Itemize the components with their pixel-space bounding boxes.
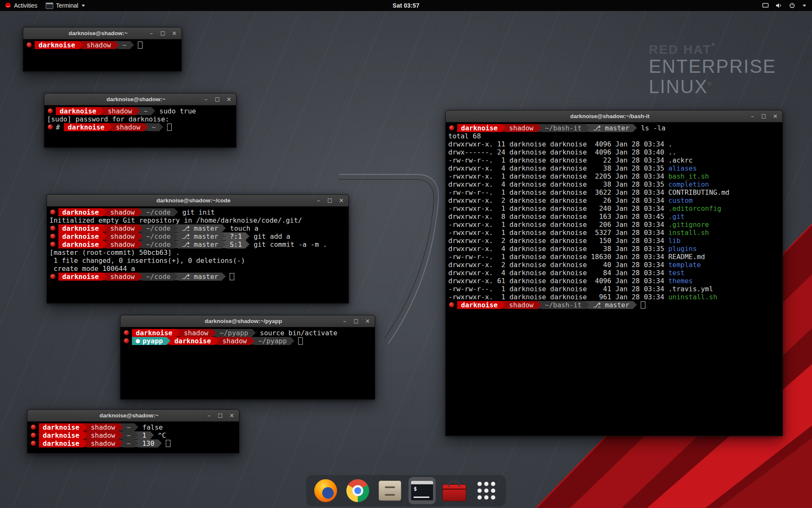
window-titlebar[interactable]: darknoise@shadow:~/bash-it – □ × <box>446 110 782 122</box>
prompt-segment-user: darknoise <box>39 439 83 447</box>
volume-icon <box>775 2 782 9</box>
terminal-cursor <box>230 273 234 280</box>
prompt-segment-path: ~ <box>119 41 131 49</box>
terminal-line: darknoiseshadow~/code⎇ master touch a <box>49 224 346 232</box>
terminal-line: -rwxrwxr-x. 1 darknoise darknoise 961 Ja… <box>448 293 780 301</box>
powerline-arrow-icon <box>144 123 148 131</box>
terminal-line: drwxrwxr-x. 4 darknoise darknoise 38 Jan… <box>448 245 780 253</box>
terminal-text: create mode 100644 a <box>49 265 135 273</box>
powerline-arrow-icon <box>139 240 143 248</box>
close-button[interactable]: × <box>365 315 370 327</box>
terminal-line: -rwxrwxr-x. 1 darknoise darknoise 206 Ja… <box>448 221 780 229</box>
window-title: darknoise@shadow:~/pyapp <box>146 318 341 324</box>
close-button[interactable]: × <box>171 28 177 39</box>
maximize-button[interactable]: □ <box>761 110 767 122</box>
minimize-button[interactable]: – <box>315 195 321 206</box>
app-menu-button[interactable]: Terminal <box>42 0 89 11</box>
window-titlebar[interactable]: darknoise@shadow:~ – □ × <box>23 28 181 39</box>
file-name: .travis.yml <box>668 285 713 293</box>
terminal-text: git commit -a -m . <box>250 240 327 248</box>
minimize-button[interactable]: – <box>203 94 209 105</box>
prompt-segment-git: ⎇ master <box>589 301 633 309</box>
terminal-line: create mode 100644 a <box>49 265 346 273</box>
maximize-button[interactable]: □ <box>160 28 166 39</box>
terminal-line: -rw-rw-r--. 1 darknoise darknoise 41 Jan… <box>448 285 780 293</box>
terminal-line: darknoiseshadow~ sudo true <box>47 107 233 115</box>
terminal-line: drwxrwxr-x. 4 darknoise darknoise 38 Jan… <box>448 180 780 188</box>
powerline-arrow-icon <box>103 208 107 216</box>
powerline-arrow-icon <box>291 337 294 345</box>
maximize-button[interactable]: □ <box>214 94 220 105</box>
powerline-arrow-icon <box>167 337 170 345</box>
terminal-line: drwxrwxr-x. 2 darknoise darknoise 150 Ja… <box>448 237 780 245</box>
activities-button[interactable]: Activities <box>0 0 42 11</box>
maximize-button[interactable]: □ <box>327 195 333 206</box>
files-launcher[interactable] <box>376 477 403 504</box>
close-button[interactable]: × <box>772 110 778 122</box>
window-titlebar[interactable]: darknoise@shadow:~ – □ × <box>44 94 236 105</box>
window-titlebar[interactable]: darknoise@shadow:~/pyapp – □ × <box>121 315 375 327</box>
powerline-arrow-icon <box>139 208 143 216</box>
window-titlebar[interactable]: darknoise@shadow:~ – □ × <box>27 410 239 422</box>
minimize-button[interactable]: – <box>342 315 348 327</box>
terminal-content[interactable]: darknoiseshadow~/bash-it⎇ master ls -lat… <box>446 122 782 436</box>
terminal-content[interactable]: darknoiseshadow~/pyapp source bin/activa… <box>121 327 375 399</box>
file-name: .git <box>668 213 685 221</box>
prompt-segment-host: shadow <box>87 439 119 447</box>
prompt-segment-git: ⎇ master <box>589 124 633 132</box>
prompt-redhat-icon <box>50 226 55 231</box>
file-name: test <box>668 269 685 277</box>
terminal-content[interactable]: darknoiseshadow~/code git initInitialize… <box>47 207 348 303</box>
file-meta: drwx------. 24 darknoise darknoise 4096 … <box>448 148 668 156</box>
powerline-arrow-icon <box>139 224 143 232</box>
file-meta: drwxrwxr-x. 2 darknoise darknoise 26 Jan… <box>448 196 668 204</box>
prompt-redhat-icon <box>50 210 55 215</box>
terminal-content[interactable]: darknoiseshadow~ falsedarknoiseshadow~1 … <box>27 422 239 453</box>
prompt-redhat-icon <box>449 125 454 130</box>
app-grid-button[interactable] <box>473 477 500 504</box>
powerline-arrow-icon <box>83 423 87 431</box>
file-meta: drwxrwxr-x. 8 darknoise darknoise 163 Ja… <box>448 213 668 221</box>
prompt-segment-user: darknoise <box>56 107 100 115</box>
prompt-redhat-icon <box>27 42 32 47</box>
window-title: darknoise@shadow:~ <box>53 412 205 419</box>
close-button[interactable]: × <box>226 94 232 105</box>
prompt-redhat-icon <box>124 338 129 343</box>
terminal-content[interactable]: darknoiseshadow~ <box>23 39 181 71</box>
terminal-launcher[interactable]: $ <box>409 477 436 504</box>
maximize-button[interactable]: □ <box>217 410 223 421</box>
prompt-segment-host: shadow <box>112 123 144 131</box>
terminal-content[interactable]: darknoiseshadow~ sudo true[sudo] passwor… <box>44 105 236 147</box>
branding-redhat: RED HAT® <box>649 42 776 56</box>
terminal-window-code: darknoise@shadow:~/code – □ × darknoises… <box>47 194 349 304</box>
minimize-button[interactable]: – <box>148 28 154 39</box>
terminal-line: drwxrwxr-x. 2 darknoise darknoise 40 Jan… <box>448 261 780 269</box>
powerline-arrow-icon <box>176 329 180 337</box>
terminal-line: drwxrwxr-x. 4 darknoise darknoise 84 Jan… <box>448 269 780 277</box>
close-button[interactable]: × <box>338 195 344 206</box>
powerline-arrow-icon <box>246 240 250 248</box>
prompt-segment-path: ~/code <box>143 240 175 248</box>
firefox-launcher[interactable] <box>312 477 339 504</box>
maximize-button[interactable]: □ <box>353 315 359 327</box>
prompt-segment-host: shadow <box>107 224 139 232</box>
file-meta: -rwxrwxr-x. 1 darknoise darknoise 240 Ja… <box>448 204 668 213</box>
power-icon <box>789 2 796 9</box>
window-titlebar[interactable]: darknoise@shadow:~/code – □ × <box>47 195 348 207</box>
terminal-text: git add a <box>250 232 290 240</box>
file-name: . <box>668 140 672 148</box>
toolbox-launcher[interactable] <box>441 477 468 504</box>
terminal-cursor <box>166 440 170 447</box>
powerline-arrow-icon <box>103 240 107 248</box>
terminal-window-home-2: darknoise@shadow:~ – □ × darknoiseshadow… <box>27 409 239 453</box>
window-title: darknoise@shadow:~/bash-it <box>471 113 749 119</box>
clock[interactable]: Sat 03:57 <box>392 2 419 9</box>
terminal-line: darknoiseshadow~/code⎇ master?:1 git add… <box>49 232 346 240</box>
close-button[interactable]: × <box>229 410 235 421</box>
status-area[interactable] <box>762 0 812 11</box>
minimize-button[interactable]: – <box>749 110 755 122</box>
file-name: uninstall.sh <box>668 293 717 301</box>
chrome-launcher[interactable] <box>344 477 371 504</box>
minimize-button[interactable]: – <box>206 410 212 421</box>
terminal-text: 1 file changed, 0 insertions(+), 0 delet… <box>49 257 245 265</box>
